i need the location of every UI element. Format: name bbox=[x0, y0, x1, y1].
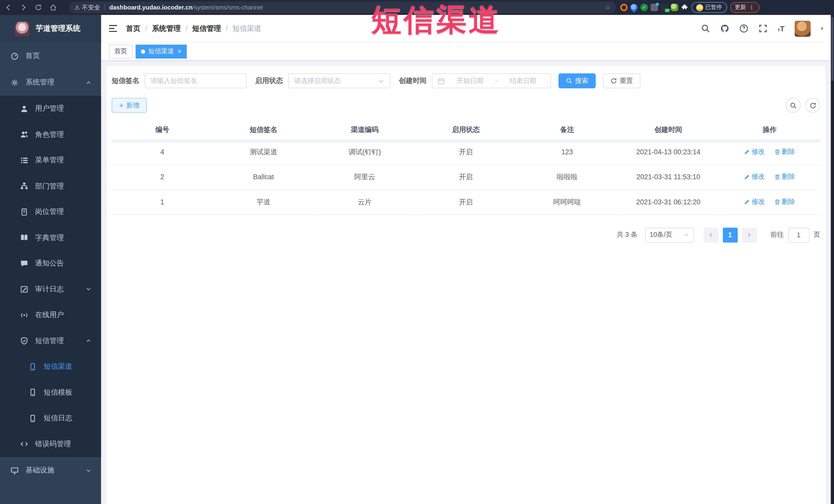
prev-page-button[interactable] bbox=[703, 227, 718, 242]
sms-channel-table: 编号 短信签名 渠道编码 启用状态 备注 创建时间 操作 4 测试渠道 调试(钉… bbox=[112, 120, 820, 215]
refresh-icon bbox=[809, 102, 816, 109]
header-search-icon[interactable] bbox=[701, 24, 710, 33]
status-select[interactable]: 请选择启用状态 bbox=[288, 73, 391, 88]
address-bar[interactable]: ⚠ 不安全 dashboard.yudao.iocoder.cn /system… bbox=[69, 2, 616, 13]
hamburger-icon[interactable] bbox=[109, 24, 117, 32]
sidebar-item-notice[interactable]: 通知公告 bbox=[0, 250, 101, 276]
edit-link[interactable]: 修改 bbox=[744, 172, 765, 181]
sidebar-item-online-users[interactable]: 在线用户 bbox=[0, 302, 101, 328]
col-sign: 短信签名 bbox=[213, 120, 314, 139]
sidebar-item-menus[interactable]: 菜单管理 bbox=[0, 147, 101, 173]
sign-label: 短信签名 bbox=[112, 76, 139, 86]
add-button[interactable]: + 新增 bbox=[112, 98, 147, 113]
sidebar-item-dict[interactable]: 字典管理 bbox=[0, 225, 101, 250]
org-tree-icon bbox=[20, 182, 28, 190]
sidebar-item-sms-template[interactable]: 短信模板 bbox=[0, 379, 101, 405]
sidebar-item-posts[interactable]: 岗位管理 bbox=[0, 199, 101, 225]
browser-back-icon[interactable] bbox=[4, 3, 13, 12]
browser-menu-icon[interactable]: ⋮ bbox=[748, 4, 754, 11]
help-icon[interactable] bbox=[739, 24, 748, 33]
cell-created: 2021-03-31 06:12:20 bbox=[618, 190, 719, 214]
sidebar-item-users[interactable]: 用户管理 bbox=[0, 96, 101, 122]
extension-sprite-icon[interactable] bbox=[671, 4, 678, 11]
date-range-picker[interactable]: 开始日期 - 结束日期 bbox=[432, 73, 551, 88]
extension-grid-icon[interactable] bbox=[651, 4, 658, 11]
sidebar-item-depts[interactable]: 部门管理 bbox=[0, 173, 101, 199]
close-icon[interactable]: × bbox=[178, 48, 181, 55]
delete-link[interactable]: 删除 bbox=[774, 147, 795, 156]
chevron-down-icon bbox=[86, 467, 92, 473]
edit-link[interactable]: 修改 bbox=[744, 197, 765, 206]
sidebar-item-audit-log[interactable]: 审计日志 bbox=[0, 276, 101, 302]
font-size-icon[interactable]: тT bbox=[777, 24, 785, 32]
browser-forward-icon[interactable] bbox=[19, 3, 28, 12]
refresh-table-button[interactable] bbox=[805, 98, 820, 113]
on-badge: on bbox=[665, 8, 670, 12]
sidebar-item-home[interactable]: 首页 bbox=[0, 43, 101, 69]
current-page[interactable]: 1 bbox=[723, 227, 738, 242]
badge-icon bbox=[20, 208, 28, 216]
paused-label: 已暂停 bbox=[705, 4, 722, 11]
goto-page-input[interactable] bbox=[788, 227, 809, 242]
sign-input[interactable]: 请输入短信签名 bbox=[145, 73, 247, 88]
security-label[interactable]: 不安全 bbox=[82, 3, 100, 11]
sidebar-item-sms[interactable]: 短信管理 bbox=[0, 328, 101, 353]
table-row: 1 芋道 云片 开启 呵呵呵哒 2021-03-31 06:12:20 修改 删… bbox=[112, 190, 820, 214]
sidebar-item-infra[interactable]: 基础设施 bbox=[0, 457, 101, 484]
paused-chip[interactable]: 已暂停 bbox=[692, 2, 727, 13]
reset-button[interactable]: 重置 bbox=[603, 73, 640, 88]
delete-link[interactable]: 删除 bbox=[774, 172, 795, 181]
edit-label: 修改 bbox=[752, 172, 765, 181]
extension-on-icon[interactable]: on bbox=[661, 4, 668, 11]
sidebar-item-system[interactable]: 系统管理 bbox=[0, 69, 101, 96]
tab-sms-channel[interactable]: 短信渠道 × bbox=[135, 44, 186, 58]
browser-update-button[interactable]: 更新 ⋮ bbox=[730, 2, 759, 13]
extension-ring-icon[interactable] bbox=[620, 4, 628, 11]
fullscreen-icon[interactable] bbox=[759, 24, 768, 33]
browser-reload-icon[interactable] bbox=[34, 3, 43, 12]
chevron-down-icon[interactable]: ▾ bbox=[821, 25, 823, 31]
sidebar-item-label: 角色管理 bbox=[35, 130, 64, 139]
github-icon[interactable] bbox=[720, 24, 729, 33]
edit-link[interactable]: 修改 bbox=[744, 147, 765, 156]
sidebar-item-roles[interactable]: 角色管理 bbox=[0, 122, 101, 147]
breadcrumb: 首页 / 系统管理 / 短信管理 / 短信渠道 bbox=[126, 24, 261, 33]
col-remark: 备注 bbox=[517, 120, 618, 139]
extension-pin-icon[interactable] bbox=[629, 2, 639, 13]
sidebar-item-error-code[interactable]: 错误码管理 bbox=[0, 431, 101, 457]
breadcrumb-item[interactable]: 短信管理 bbox=[192, 24, 221, 33]
cell-id: 4 bbox=[112, 139, 213, 164]
tab-home[interactable]: 首页 bbox=[109, 44, 132, 58]
breadcrumb-item[interactable]: 首页 bbox=[126, 24, 140, 33]
cell-created: 2021-04-13 00:23:14 bbox=[618, 139, 719, 164]
breadcrumb-item[interactable]: 系统管理 bbox=[152, 24, 181, 33]
sidebar-submenu-system: 用户管理 角色管理 菜单管理 部门管理 岗位管理 字典管理 bbox=[0, 96, 101, 457]
start-date-placeholder: 开始日期 bbox=[448, 76, 492, 85]
update-label: 更新 bbox=[735, 4, 746, 11]
delete-label: 删除 bbox=[782, 147, 795, 156]
table-row: 4 测试渠道 调试(钉钉) 开启 123 2021-04-13 00:23:14… bbox=[112, 139, 820, 164]
scrollbar[interactable] bbox=[831, 15, 834, 504]
avatar[interactable] bbox=[795, 21, 811, 37]
extension-check-icon[interactable]: ✓ bbox=[640, 4, 648, 11]
refresh-icon bbox=[611, 78, 617, 84]
cell-status: 开启 bbox=[415, 139, 517, 164]
delete-link[interactable]: 删除 bbox=[774, 197, 795, 206]
bookmark-star-icon[interactable]: ☆ bbox=[605, 4, 610, 11]
list-icon bbox=[20, 156, 28, 164]
page-unit-label: 页 bbox=[813, 230, 820, 239]
cell-id: 2 bbox=[112, 164, 213, 189]
toggle-search-button[interactable] bbox=[786, 98, 800, 113]
sidebar-item-sms-log[interactable]: 短信日志 bbox=[0, 406, 101, 431]
sidebar-item-sms-channel[interactable]: 短信渠道 bbox=[0, 354, 101, 379]
phone-icon bbox=[29, 389, 37, 396]
sidebar-logo-row[interactable]: 芋道管理系统 bbox=[0, 15, 101, 43]
next-page-button[interactable] bbox=[742, 227, 757, 242]
search-button[interactable]: 搜索 bbox=[558, 73, 596, 88]
page-size-select[interactable]: 10条/页 bbox=[645, 227, 694, 242]
browser-home-icon[interactable] bbox=[49, 3, 58, 12]
tab-label: 短信渠道 bbox=[148, 47, 174, 56]
extensions-puzzle-icon[interactable] bbox=[681, 4, 688, 11]
scrollbar-thumb[interactable] bbox=[831, 17, 833, 81]
code-icon bbox=[20, 440, 28, 448]
